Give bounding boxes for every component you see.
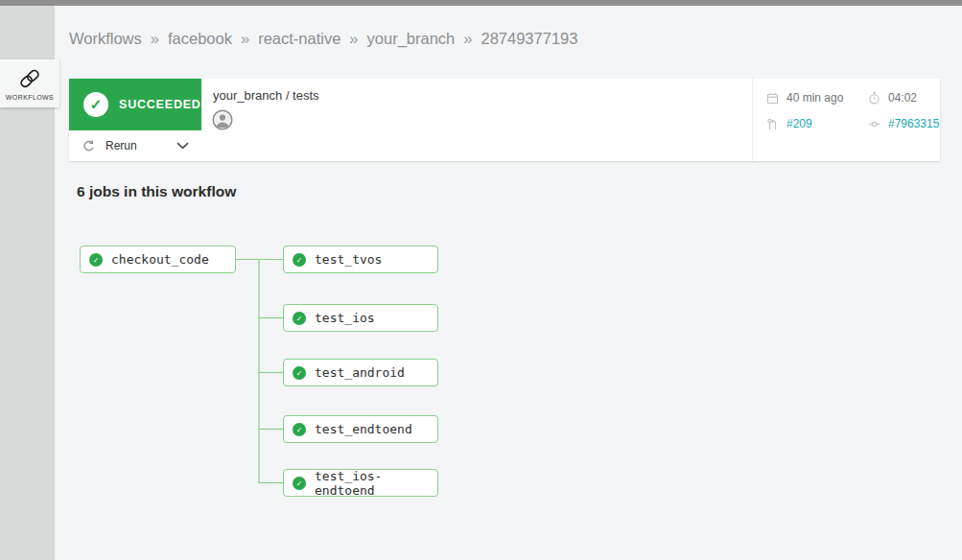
rerun-button[interactable]: Rerun [69, 130, 201, 161]
meta-pull-request: #209 [766, 117, 868, 130]
check-icon [293, 312, 306, 325]
pull-request-icon [766, 118, 779, 130]
breadcrumb: Workflows » facebook » react-native » yo… [69, 30, 577, 48]
check-icon [89, 253, 103, 267]
meta-time-ago: 40 min ago [766, 91, 868, 105]
meta-commit: #7963315 [868, 117, 939, 130]
commit-icon [868, 118, 880, 130]
job-node-test-ios[interactable]: test_ios [283, 304, 438, 332]
job-node-test-tvos[interactable]: test_tvos [283, 245, 438, 273]
top-window-strip [0, 0, 962, 6]
check-icon [293, 477, 306, 490]
refresh-icon [82, 139, 95, 152]
chevron-down-icon[interactable] [176, 142, 189, 150]
job-node-test-android[interactable]: test_android [283, 359, 438, 386]
jobs-heading: 6 jobs in this workflow [77, 183, 236, 200]
sidebar-item-label: WORKFLOWS [6, 94, 54, 101]
breadcrumb-run-id[interactable]: 28749377193 [481, 30, 577, 48]
breadcrumb-workflows[interactable]: Workflows [69, 30, 142, 48]
breadcrumb-separator: » [463, 30, 472, 48]
sidebar: WORKFLOWS [0, 6, 55, 560]
breadcrumb-separator: » [151, 30, 159, 48]
avatar [212, 109, 233, 130]
job-node-test-endtoend[interactable]: test_endtoend [283, 415, 438, 443]
job-label: checkout_code [111, 252, 209, 267]
job-label: test_endtoend [315, 422, 412, 436]
workflow-title: your_branch / tests [213, 88, 319, 103]
job-label: test_tvos [315, 252, 382, 267]
check-icon [293, 423, 306, 436]
check-icon [293, 366, 306, 380]
status-label: SUCCEEDED [119, 98, 201, 111]
rerun-label: Rerun [106, 139, 137, 152]
meta-duration-label: 04:02 [888, 91, 917, 105]
job-label: test_ios-endtoend [315, 469, 437, 498]
workflow-icon [17, 66, 42, 91]
breadcrumb-separator: » [241, 30, 249, 48]
breadcrumb-repo[interactable]: react-native [258, 30, 340, 48]
status-badge: SUCCEEDED [69, 79, 201, 130]
job-label: test_ios [315, 311, 375, 325]
stopwatch-icon [868, 92, 880, 105]
workflow-meta-panel: 40 min ago 04:02 [752, 79, 940, 161]
meta-duration: 04:02 [868, 91, 939, 105]
check-icon [293, 253, 306, 267]
breadcrumb-project[interactable]: facebook [168, 30, 232, 48]
workflow-summary-card: SUCCEEDED Rerun your_branch / tests [69, 79, 940, 161]
meta-time-ago-label: 40 min ago [786, 91, 843, 105]
breadcrumb-branch[interactable]: your_branch [367, 30, 456, 48]
breadcrumb-separator: » [349, 30, 358, 48]
job-node-test-ios-endtoend[interactable]: test_ios-endtoend [283, 469, 438, 497]
job-label: test_android [315, 365, 405, 380]
commit-link[interactable]: #7963315 [888, 117, 939, 130]
workflow-graph: checkout_code test_tvos test_ios test_an… [80, 245, 444, 501]
sidebar-item-workflows[interactable]: WORKFLOWS [0, 59, 59, 107]
check-icon [83, 92, 108, 117]
calendar-icon [766, 92, 779, 105]
job-node-checkout-code[interactable]: checkout_code [80, 245, 236, 273]
pull-request-link[interactable]: #209 [786, 117, 812, 130]
